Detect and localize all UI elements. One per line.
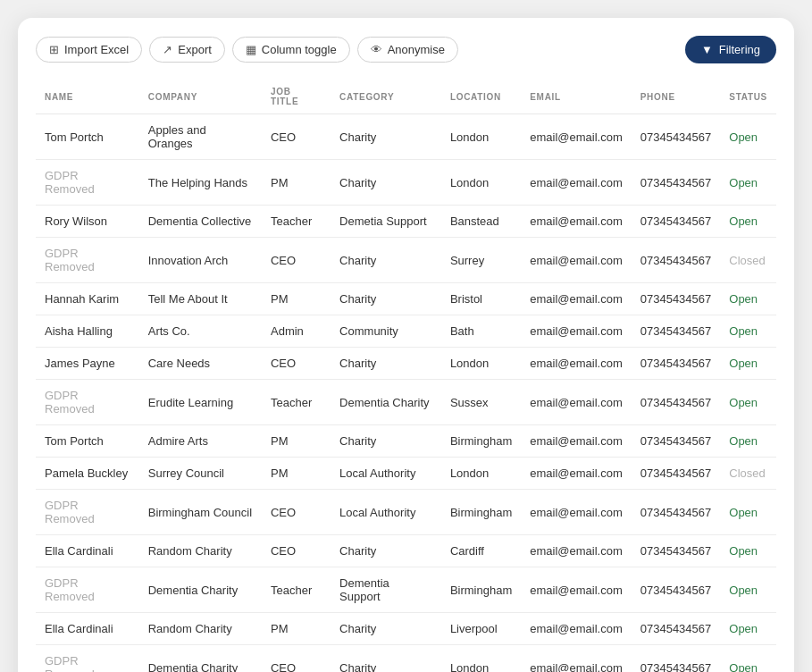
toolbar: ⊞ Import Excel ↗ Export ▦ Column toggle …	[36, 36, 776, 63]
table-row[interactable]: James Payne Care Needs CEO Charity Londo…	[36, 348, 776, 380]
cell-job: PM	[262, 458, 331, 490]
export-button[interactable]: ↗ Export	[149, 37, 225, 63]
table-row[interactable]: GDPR Removed Innovation Arch CEO Charity…	[36, 238, 776, 283]
cell-category: Local Authority	[331, 490, 441, 535]
col-job-title: JOB TITLE	[262, 80, 331, 114]
cell-company: Dementia Charity	[139, 567, 262, 613]
import-excel-icon: ⊞	[49, 43, 59, 56]
col-email: EMAIL	[521, 80, 632, 114]
anonymise-label: Anonymise	[388, 43, 445, 56]
cell-name: GDPR Removed	[36, 380, 139, 425]
cell-company: Random Charity	[139, 535, 262, 567]
cell-company: Innovation Arch	[139, 238, 262, 283]
cell-email: email@email.com	[521, 160, 632, 206]
cell-phone: 07345434567	[632, 283, 721, 315]
import-excel-label: Import Excel	[64, 43, 129, 56]
cell-location: Bristol	[441, 283, 521, 315]
cell-phone: 07345434567	[632, 238, 721, 283]
table-row[interactable]: Tom Portch Apples and Oranges CEO Charit…	[36, 114, 776, 160]
import-excel-button[interactable]: ⊞ Import Excel	[36, 37, 142, 63]
table-row[interactable]: Aisha Halling Arts Co. Admin Community B…	[36, 315, 776, 348]
cell-category: Charity	[331, 425, 441, 458]
table-row[interactable]: Ella Cardinali Random Charity CEO Charit…	[36, 535, 776, 567]
cell-email: email@email.com	[521, 613, 632, 645]
cell-company: Erudite Learning	[139, 380, 262, 425]
cell-company: Dementia Charity	[139, 645, 262, 673]
cell-location: Liverpool	[441, 613, 521, 645]
cell-status: Open	[720, 425, 776, 458]
cell-job: PM	[262, 160, 331, 206]
cell-location: London	[441, 458, 521, 490]
toolbar-left: ⊞ Import Excel ↗ Export ▦ Column toggle …	[36, 37, 458, 63]
cell-category: Charity	[331, 238, 441, 283]
cell-category: Charity	[331, 160, 441, 206]
cell-location: London	[441, 114, 521, 160]
cell-company: Apples and Oranges	[139, 114, 262, 160]
cell-location: London	[441, 645, 521, 673]
cell-phone: 07345434567	[632, 535, 721, 567]
cell-status: Open	[720, 206, 776, 238]
cell-company: Tell Me About It	[139, 283, 262, 315]
cell-status: Open	[720, 567, 776, 613]
col-phone: PHONE	[632, 80, 721, 114]
cell-category: Dementia Support	[331, 567, 441, 613]
table-row[interactable]: GDPR Removed Dementia Charity Teacher De…	[36, 567, 776, 613]
col-status: STATUS	[720, 80, 776, 114]
export-label: Export	[178, 43, 212, 56]
cell-name: Tom Portch	[36, 114, 139, 160]
cell-email: email@email.com	[521, 114, 632, 160]
column-toggle-icon: ▦	[246, 43, 256, 56]
cell-category: Charity	[331, 645, 441, 673]
cell-email: email@email.com	[521, 535, 632, 567]
filter-label: Filtering	[719, 43, 760, 56]
cell-company: Random Charity	[139, 613, 262, 645]
cell-name: Aisha Halling	[36, 315, 139, 348]
table-row[interactable]: GDPR Removed Erudite Learning Teacher De…	[36, 380, 776, 425]
cell-location: Bath	[441, 315, 521, 348]
cell-email: email@email.com	[521, 645, 632, 673]
cell-phone: 07345434567	[632, 380, 721, 425]
cell-category: Charity	[331, 613, 441, 645]
cell-category: Charity	[331, 348, 441, 380]
cell-name: James Payne	[36, 348, 139, 380]
table-header-row: NAME COMPANY JOB TITLE CATEGORY LOCATION…	[36, 80, 776, 114]
cell-phone: 07345434567	[632, 206, 721, 238]
table-row[interactable]: Pamela Buckley Surrey Council PM Local A…	[36, 458, 776, 490]
table-row[interactable]: GDPR Removed Birmingham Council CEO Loca…	[36, 490, 776, 535]
cell-email: email@email.com	[521, 315, 632, 348]
cell-job: PM	[262, 613, 331, 645]
table-row[interactable]: Ella Cardinali Random Charity PM Charity…	[36, 613, 776, 645]
col-name: NAME	[36, 80, 139, 114]
cell-job: Teacher	[262, 206, 331, 238]
cell-status: Open	[720, 315, 776, 348]
cell-phone: 07345434567	[632, 114, 721, 160]
cell-status: Open	[720, 645, 776, 673]
cell-location: Birmingham	[441, 567, 521, 613]
cell-name: Pamela Buckley	[36, 458, 139, 490]
cell-phone: 07345434567	[632, 315, 721, 348]
cell-category: Demetia Support	[331, 206, 441, 238]
cell-job: CEO	[262, 114, 331, 160]
cell-job: Admin	[262, 315, 331, 348]
cell-name: Rory Wilson	[36, 206, 139, 238]
cell-category: Dementia Charity	[331, 380, 441, 425]
table-row[interactable]: Rory Wilson Dementia Collective Teacher …	[36, 206, 776, 238]
cell-category: Charity	[331, 114, 441, 160]
cell-name: Ella Cardinali	[36, 535, 139, 567]
anonymise-button[interactable]: 👁 Anonymise	[357, 37, 458, 63]
cell-status: Closed	[720, 458, 776, 490]
cell-phone: 07345434567	[632, 613, 721, 645]
export-icon: ↗	[163, 43, 172, 56]
table-row[interactable]: GDPR Removed Dementia Charity CEO Charit…	[36, 645, 776, 673]
cell-location: London	[441, 160, 521, 206]
column-toggle-button[interactable]: ▦ Column toggle	[232, 37, 350, 63]
cell-category: Community	[331, 315, 441, 348]
cell-name: GDPR Removed	[36, 645, 139, 673]
cell-job: CEO	[262, 645, 331, 673]
cell-company: Arts Co.	[139, 315, 262, 348]
table-row[interactable]: Tom Portch Admire Arts PM Charity Birmin…	[36, 425, 776, 458]
table-row[interactable]: GDPR Removed The Helping Hands PM Charit…	[36, 160, 776, 206]
filter-button[interactable]: ▼ Filtering	[685, 36, 776, 63]
col-location: LOCATION	[441, 80, 521, 114]
table-row[interactable]: Hannah Karim Tell Me About It PM Charity…	[36, 283, 776, 315]
